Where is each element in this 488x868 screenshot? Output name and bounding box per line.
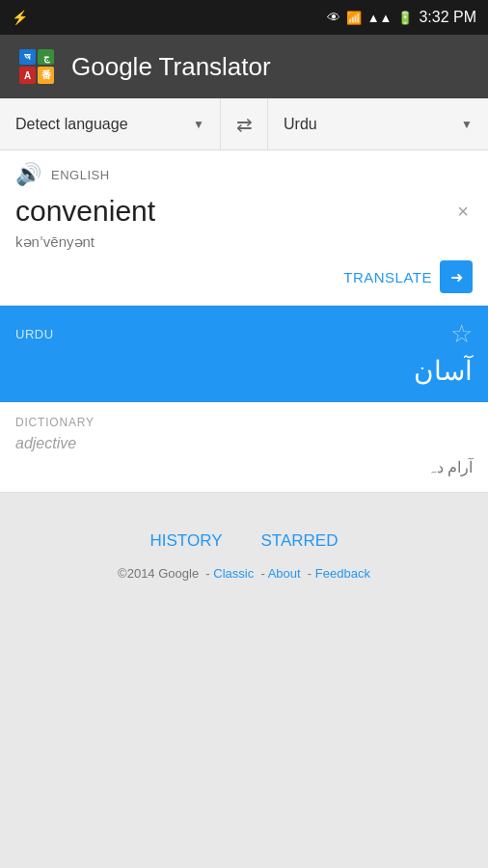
dictionary-label: DICTIONARY [15, 416, 473, 429]
swap-languages-button[interactable]: ⇄ [220, 98, 268, 149]
star-button[interactable]: ☆ [450, 319, 473, 349]
footer-nav-row: HISTORY STARRED [150, 531, 339, 551]
icon-cell-2: ج [38, 49, 54, 65]
translate-arrow-icon: ➜ [440, 260, 473, 293]
translation-panel: 🔊 ENGLISH convenient × kənˈvēnyənt TRANS… [0, 150, 488, 493]
about-link[interactable]: About [268, 566, 301, 581]
app-title: Google Translator [71, 52, 271, 82]
language-bar: Detect language ▼ ⇄ Urdu ▼ [0, 98, 488, 150]
icon-cell-3: A [19, 67, 36, 84]
signal-icon: ▲▲ [367, 11, 393, 25]
target-language-selector[interactable]: Urdu ▼ [268, 98, 488, 149]
translate-button[interactable]: TRANSLATE ➜ [343, 260, 473, 293]
dictionary-section: DICTIONARY adjective آرام دہ [0, 402, 488, 492]
swap-icon: ⇄ [236, 113, 253, 136]
source-language-label: Detect language [15, 116, 185, 133]
source-dropdown-arrow-icon: ▼ [193, 118, 204, 131]
dictionary-pos: adjective [15, 435, 473, 452]
app-icon: অ ج A 番 [15, 45, 58, 88]
usb-icon: ⚡ [12, 10, 28, 25]
target-word: آسان [15, 355, 473, 387]
status-time: 3:32 PM [419, 9, 476, 26]
target-dropdown-arrow-icon: ▼ [461, 118, 473, 131]
icon-cell-4: 番 [38, 67, 54, 84]
target-language-label: Urdu [284, 116, 453, 133]
target-section: URDU ☆ آسان [0, 306, 488, 402]
footer-copyright: ©2014 Google - Classic - About - Feedbac… [118, 566, 370, 581]
footer-area: HISTORY STARRED ©2014 Google - Classic -… [0, 493, 488, 581]
speaker-icon[interactable]: 🔊 [15, 162, 41, 187]
starred-button[interactable]: STARRED [260, 531, 338, 551]
source-section: 🔊 ENGLISH convenient × kənˈvēnyənt TRANS… [0, 150, 488, 306]
classic-link[interactable]: Classic [213, 566, 254, 581]
eye-icon: 👁 [327, 10, 340, 25]
history-button[interactable]: HISTORY [150, 531, 223, 551]
translate-label: TRANSLATE [343, 269, 432, 285]
source-word[interactable]: convenient [15, 195, 155, 228]
target-language-display: URDU [15, 327, 54, 341]
source-language-selector[interactable]: Detect language ▼ [0, 98, 220, 149]
dictionary-translation: آرام دہ [15, 458, 473, 476]
wifi-icon: 📶 [346, 11, 362, 25]
battery-icon: 🔋 [397, 11, 413, 25]
status-bar: ⚡ 👁 📶 ▲▲ 🔋 3:32 PM [0, 0, 488, 35]
icon-cell-1: অ [19, 49, 36, 65]
source-language-display: ENGLISH [51, 168, 110, 182]
phonetic-text: kənˈvēnyənt [15, 233, 473, 251]
app-bar: অ ج A 番 Google Translator [0, 35, 488, 98]
clear-button[interactable]: × [453, 197, 473, 227]
feedback-link[interactable]: Feedback [315, 566, 370, 581]
copyright-text: ©2014 Google [118, 566, 199, 581]
